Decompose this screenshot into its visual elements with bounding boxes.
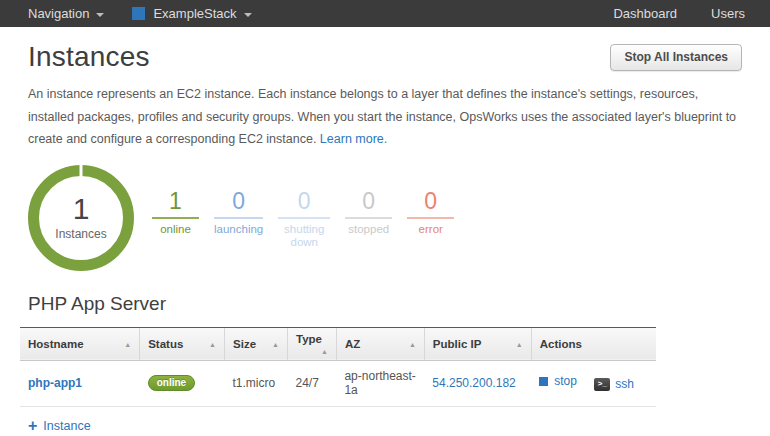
topbar-link-dashboard[interactable]: Dashboard: [613, 6, 677, 21]
navigation-dropdown[interactable]: Navigation: [28, 6, 104, 21]
column-header-size[interactable]: Size ▲: [225, 327, 288, 360]
navigation-dropdown-label: Navigation: [28, 6, 89, 21]
ssh-link[interactable]: ssh: [615, 377, 634, 391]
column-header-status[interactable]: Status ▲: [140, 327, 225, 360]
page-title: Instances: [28, 41, 150, 73]
counter-online: 1 online: [152, 189, 199, 237]
column-header-size-label: Size: [233, 338, 256, 350]
counter-stopped-label: stopped: [345, 223, 392, 236]
column-header-hostname-label: Hostname: [28, 338, 84, 350]
cell-type: 24/7: [287, 360, 336, 406]
counter-launching: 0 launching: [214, 189, 263, 237]
counter-error-label: error: [407, 223, 454, 236]
donut-total-value: 1: [73, 194, 90, 224]
status-badge: online: [148, 375, 195, 391]
add-instance-button[interactable]: + Instance: [28, 418, 91, 434]
column-header-type-label: Type: [296, 333, 322, 345]
counter-online-value: 1: [152, 189, 199, 219]
hostname-link[interactable]: php-app1: [28, 376, 82, 390]
column-header-az-label: AZ: [345, 338, 360, 350]
stop-icon: [539, 377, 548, 386]
table-header-row: Hostname ▲ Status ▲ Size ▲ Type ▲ AZ ▲: [20, 327, 656, 360]
column-header-hostname[interactable]: Hostname ▲: [20, 327, 140, 360]
sort-icon[interactable]: ▲: [321, 348, 328, 355]
sort-icon[interactable]: ▲: [409, 341, 416, 348]
public-ip-link[interactable]: 54.250.200.182: [432, 376, 515, 390]
sort-icon[interactable]: ▲: [272, 341, 279, 348]
stack-dropdown-label: ExampleStack: [153, 6, 236, 21]
chevron-down-icon: [244, 13, 252, 17]
column-header-actions-label: Actions: [540, 338, 582, 350]
ssh-action[interactable]: >_ ssh: [594, 377, 634, 391]
cell-az: ap-northeast-1a: [336, 360, 424, 406]
stack-icon: [132, 7, 145, 20]
plus-icon: +: [28, 418, 37, 434]
table-row: php-app1 online t1.micro 24/7 ap-northea…: [20, 360, 656, 406]
counter-error-value: 0: [407, 189, 454, 219]
stack-dropdown[interactable]: ExampleStack: [132, 6, 251, 21]
column-header-public-ip-label: Public IP: [433, 338, 482, 350]
page-description: An instance represents an EC2 instance. …: [28, 83, 740, 151]
status-counters: 1 online 0 launching 0 shutting down 0 s…: [152, 189, 454, 250]
instances-table: Hostname ▲ Status ▲ Size ▲ Type ▲ AZ ▲: [20, 327, 656, 407]
cell-size: t1.micro: [225, 360, 288, 406]
donut-total-label: Instances: [55, 227, 106, 241]
stop-all-instances-button[interactable]: Stop All Instances: [610, 44, 742, 71]
topbar-link-users[interactable]: Users: [711, 6, 745, 21]
chevron-down-icon: [96, 13, 104, 17]
instances-donut-chart: 1 Instances: [28, 165, 134, 271]
counter-stopped: 0 stopped: [345, 189, 392, 237]
cell-hostname: php-app1: [20, 360, 140, 406]
counter-shutting-down-label: shutting down: [278, 223, 330, 249]
counter-shutting-down: 0 shutting down: [278, 189, 330, 250]
counter-shutting-down-value: 0: [278, 189, 330, 219]
top-navigation-bar: Navigation ExampleStack Dashboard Users: [0, 0, 770, 27]
counter-error: 0 error: [407, 189, 454, 237]
cell-actions: stop >_ ssh: [531, 360, 656, 406]
column-header-actions: Actions: [531, 327, 656, 360]
terminal-icon: >_: [594, 378, 610, 391]
sort-icon[interactable]: ▲: [124, 341, 131, 348]
column-header-type[interactable]: Type ▲: [287, 327, 336, 360]
column-header-public-ip[interactable]: Public IP ▲: [424, 327, 531, 360]
stop-link[interactable]: stop: [554, 374, 577, 388]
sort-icon[interactable]: ▲: [516, 341, 523, 348]
layer-section-title: PHP App Server: [28, 293, 742, 315]
stop-action[interactable]: stop: [539, 374, 577, 388]
cell-status: online: [140, 360, 225, 406]
counter-stopped-value: 0: [345, 189, 392, 219]
main-content: Instances Stop All Instances An instance…: [0, 27, 770, 436]
counter-online-label: online: [152, 223, 199, 236]
sort-icon[interactable]: ▲: [209, 341, 216, 348]
column-header-status-label: Status: [148, 338, 183, 350]
add-instance-label: Instance: [43, 419, 90, 433]
cell-public-ip: 54.250.200.182: [424, 360, 531, 406]
column-header-az[interactable]: AZ ▲: [336, 327, 424, 360]
counter-launching-label: launching: [214, 223, 263, 236]
donut-notch: [80, 164, 83, 177]
learn-more-link[interactable]: Learn more.: [320, 132, 387, 146]
instances-summary: 1 Instances 1 online 0 launching 0 shutt…: [28, 165, 742, 271]
counter-launching-value: 0: [214, 189, 263, 219]
